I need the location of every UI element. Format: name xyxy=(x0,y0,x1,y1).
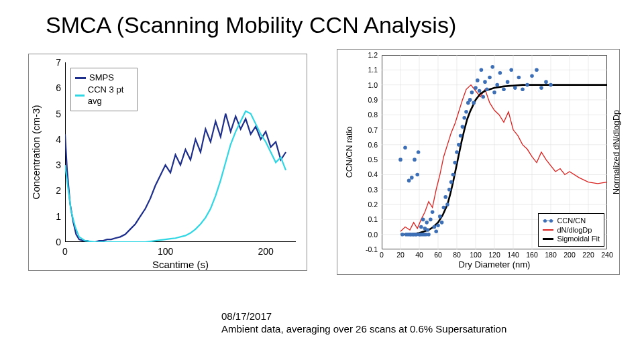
svg-point-92 xyxy=(509,68,513,72)
legend-swatch-sigfit xyxy=(543,238,553,240)
xtick: 60 xyxy=(434,251,442,259)
svg-point-28 xyxy=(400,233,405,237)
svg-point-84 xyxy=(485,88,489,92)
svg-point-56 xyxy=(433,225,437,229)
svg-point-60 xyxy=(440,221,444,225)
svg-point-66 xyxy=(451,173,455,177)
svg-point-58 xyxy=(436,224,440,228)
svg-point-45 xyxy=(419,225,423,229)
slide-title: SMCA (Scanning Mobility CCN Analysis) xyxy=(46,12,456,38)
svg-point-59 xyxy=(438,215,442,219)
svg-point-73 xyxy=(464,110,468,114)
svg-point-89 xyxy=(498,71,502,75)
legend-swatch-smps xyxy=(75,77,86,79)
ytick: 7 xyxy=(45,57,61,68)
svg-point-69 xyxy=(457,143,461,147)
xtick: 140 xyxy=(507,251,519,259)
svg-point-83 xyxy=(483,80,487,84)
svg-point-57 xyxy=(434,229,438,233)
ytick: 0.4 xyxy=(362,170,378,178)
xtick: 20 xyxy=(396,251,405,259)
svg-point-70 xyxy=(459,134,463,138)
svg-point-72 xyxy=(462,116,466,120)
svg-point-94 xyxy=(517,76,521,80)
ytick: 0.7 xyxy=(362,126,378,134)
ytick: 1 xyxy=(45,211,61,222)
ytick: 5 xyxy=(45,109,61,119)
caption-text: Ambient data, averaging over 26 scans at… xyxy=(221,323,506,335)
xtick: 0 xyxy=(380,251,384,259)
legend-label-ccn: CCN 3 pt avg xyxy=(88,84,133,107)
svg-point-64 xyxy=(447,188,451,192)
legend-swatch-dndlogdp xyxy=(543,229,553,231)
legend-label-ccncn: CCN/CN xyxy=(557,217,586,225)
ytick: 0 xyxy=(45,237,61,247)
svg-point-81 xyxy=(480,68,484,72)
chart-left-ylabel: Concentration (cm-3) xyxy=(30,105,42,200)
svg-point-62 xyxy=(443,195,447,199)
svg-point-100 xyxy=(544,80,548,84)
legend-label-smps: SMPS xyxy=(89,72,114,83)
svg-point-91 xyxy=(506,80,510,84)
chart-left-frame: 01234567 0100200 Scantime (s) Concentrat… xyxy=(28,54,307,271)
ytick: 1.2 xyxy=(362,51,378,59)
svg-point-85 xyxy=(488,76,492,80)
xtick: 180 xyxy=(545,251,557,259)
ytick: 1.0 xyxy=(362,81,378,89)
svg-point-29 xyxy=(403,146,407,150)
svg-point-95 xyxy=(521,88,525,92)
ytick: 1.1 xyxy=(362,66,378,74)
svg-point-77 xyxy=(472,101,476,105)
svg-point-101 xyxy=(549,83,553,87)
svg-point-35 xyxy=(410,176,414,180)
caption: 08/17/2017 Ambient data, averaging over … xyxy=(221,310,506,336)
svg-point-41 xyxy=(415,173,419,177)
svg-point-67 xyxy=(453,161,457,165)
ytick: 0.8 xyxy=(362,111,378,119)
svg-point-88 xyxy=(495,83,499,87)
ytick: 3 xyxy=(45,160,61,170)
svg-point-38 xyxy=(413,158,417,162)
ytick: 0.5 xyxy=(362,156,378,164)
xtick: 120 xyxy=(488,251,500,259)
ytick: 0.2 xyxy=(362,200,378,208)
xtick: 40 xyxy=(415,251,423,259)
svg-point-90 xyxy=(502,88,506,92)
xtick: 100 xyxy=(470,251,482,259)
ytick: 0.6 xyxy=(362,141,378,149)
svg-point-79 xyxy=(476,78,480,82)
caption-date: 08/17/2017 xyxy=(221,310,272,322)
legend-label-dndlogdp: dN/dlogDp xyxy=(557,226,592,235)
ytick: 2 xyxy=(45,185,61,196)
chart-right-ylabel-left: CCN/CN ratio xyxy=(345,127,354,178)
svg-point-51 xyxy=(425,221,429,225)
ytick: 0.0 xyxy=(362,231,378,239)
svg-point-32 xyxy=(407,179,411,183)
svg-point-65 xyxy=(449,180,453,184)
xtick: 160 xyxy=(526,251,538,259)
ytick: 6 xyxy=(45,82,61,93)
xtick: 240 xyxy=(601,251,613,259)
xtick: 100 xyxy=(158,246,173,257)
legend-swatch-ccncn xyxy=(543,221,553,221)
svg-point-47 xyxy=(421,218,425,222)
xtick: 0 xyxy=(62,246,68,257)
chart-right-plot: -0.10.00.10.20.30.40.50.60.70.80.91.01.1… xyxy=(382,55,607,249)
ytick: 0.1 xyxy=(362,215,378,223)
chart-left-plot: 01234567 0100200 Scantime (s) Concentrat… xyxy=(65,62,296,242)
chart-right-ylabel-right: Normalized dN/dlogDp xyxy=(612,110,621,194)
svg-point-75 xyxy=(468,98,472,102)
chart-right-legend: CCN/CN dN/dlogDp Sigmoidal Fit xyxy=(538,213,604,247)
chart-right-frame: -0.10.00.10.20.30.40.50.60.70.80.91.01.1… xyxy=(337,49,620,275)
chart-left-xlabel: Scantime (s) xyxy=(152,259,209,270)
legend-label-sigfit: Sigmoidal Fit xyxy=(557,235,600,243)
legend-swatch-ccn xyxy=(75,95,85,97)
svg-point-99 xyxy=(539,86,543,90)
ytick: 0.9 xyxy=(362,96,378,104)
svg-point-87 xyxy=(492,90,496,95)
svg-point-76 xyxy=(470,90,474,95)
svg-point-80 xyxy=(478,89,482,93)
svg-point-82 xyxy=(481,95,485,99)
svg-point-78 xyxy=(474,86,478,90)
svg-point-55 xyxy=(431,210,435,214)
